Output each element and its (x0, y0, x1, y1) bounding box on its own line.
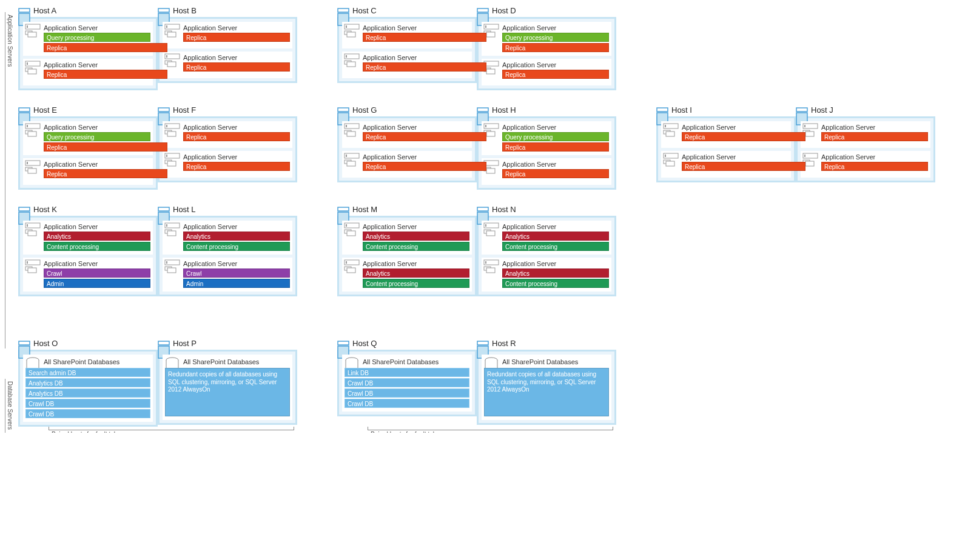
app-server: Application ServerReplica (661, 151, 791, 178)
host-J: Host JApplication ServerReplicaApplicati… (796, 105, 935, 190)
role-orange: Replica (363, 62, 486, 72)
server-icon (663, 123, 679, 140)
server-icon (25, 160, 41, 177)
role-orange: Replica (363, 162, 486, 171)
server-icon (25, 24, 41, 41)
host-O: Host OAll SharePoint DatabasesSearch adm… (18, 339, 158, 427)
db-title: All SharePoint Databases (502, 358, 608, 365)
server-title: Application Server (682, 153, 788, 161)
host-C: Host CApplication ServerReplicaApplicati… (337, 6, 477, 90)
server-icon (344, 222, 360, 239)
app-server: Application ServerAnalyticsContent proce… (482, 221, 611, 255)
role-darkred: Analytics (183, 232, 290, 241)
server-icon (663, 153, 679, 170)
role-orange: Replica (682, 132, 805, 141)
host-body: Application ServerAnalyticsContent proce… (477, 216, 616, 296)
host-row: Host AApplication ServerQuery processing… (18, 6, 959, 90)
app-server: Application ServerAnalyticsContent proce… (23, 221, 153, 255)
app-server: Application ServerAnalyticsContent proce… (482, 258, 611, 292)
app-server: Application ServerReplica (163, 52, 292, 78)
app-server: Application ServerAnalyticsContent proce… (342, 221, 472, 255)
role-purple: Crawl (183, 268, 290, 278)
role-orange: Replica (44, 169, 167, 178)
pair-bracket (49, 427, 294, 430)
role-teal: Content processing (502, 242, 609, 251)
host-body: Application ServerQuery processingReplic… (477, 116, 616, 190)
server-icon (164, 153, 180, 170)
server-icon (344, 259, 360, 276)
role-darkred: Analytics (502, 232, 609, 241)
host-label: Host L (173, 205, 196, 214)
app-server: Application ServerQuery processingReplic… (482, 121, 611, 155)
host-body: Application ServerReplicaApplication Ser… (656, 116, 796, 182)
server-title: Application Server (44, 260, 150, 267)
host-row: Host EApplication ServerQuery processing… (18, 105, 959, 190)
role-text: Redundant copies of all databases using … (484, 368, 609, 416)
role-lblue: Crawl DB (345, 378, 469, 387)
app-server: Application ServerReplica (342, 121, 472, 148)
server-title: Application Server (502, 161, 609, 168)
host-label: Host Q (352, 339, 377, 348)
host-label: Host R (492, 339, 516, 348)
role-darkred: Analytics (44, 232, 150, 241)
server-title: Application Server (183, 124, 290, 131)
host-G: Host GApplication ServerReplicaApplicati… (337, 105, 477, 190)
host-pair: Host AApplication ServerQuery processing… (18, 6, 297, 90)
host-body: Application ServerQuery processingReplic… (18, 116, 158, 190)
server-icon (25, 222, 41, 239)
role-orange: Replica (183, 132, 290, 141)
host-P: Host PAll SharePoint DatabasesRedundant … (158, 339, 297, 427)
host-label: Host J (811, 105, 833, 115)
server-title: Application Server (682, 124, 788, 131)
host-pair: Host KApplication ServerAnalyticsContent… (18, 205, 297, 296)
role-blue: Admin (44, 279, 150, 288)
host-body: Application ServerReplicaApplication Ser… (337, 116, 477, 182)
host-D: Host DApplication ServerQuery processing… (477, 6, 616, 90)
server-title: Application Server (363, 260, 469, 267)
host-body: Application ServerAnalyticsContent proce… (337, 216, 477, 296)
role-orange: Replica (363, 132, 486, 141)
section-label-db-servers: Database Servers (5, 379, 15, 433)
db-host-row: Host OAll SharePoint DatabasesSearch adm… (18, 339, 959, 427)
host-H: Host HApplication ServerQuery processing… (477, 105, 616, 190)
server-title: Application Server (183, 260, 290, 267)
host-F: Host FApplication ServerReplicaApplicati… (158, 105, 297, 190)
host-pair: Host CApplication ServerReplicaApplicati… (337, 6, 616, 90)
role-darkred: Analytics (502, 268, 609, 278)
role-orange: Replica (502, 43, 609, 52)
role-darkred: Analytics (363, 268, 469, 278)
server-icon (164, 123, 180, 140)
app-server: Application ServerReplica (482, 59, 611, 85)
role-text: Redundant copies of all databases using … (165, 368, 290, 416)
host-label: Host D (492, 6, 516, 15)
section-label-app-servers: Application Servers (5, 12, 15, 348)
host-body: Application ServerReplicaApplication Ser… (796, 116, 935, 182)
app-server: Application ServerReplica (482, 158, 611, 185)
app-server: Application ServerReplica (801, 151, 930, 178)
host-label: Host N (492, 205, 516, 214)
role-darkred: Analytics (363, 232, 469, 241)
db-server: All SharePoint DatabasesRedundant copies… (163, 355, 292, 420)
host-label: Host M (352, 205, 377, 214)
db-server: All SharePoint DatabasesSearch admin DBA… (23, 355, 153, 422)
server-title: Application Server (502, 61, 609, 68)
host-A: Host AApplication ServerQuery processing… (18, 6, 158, 90)
host-I: Host IApplication ServerReplicaApplicati… (656, 105, 796, 190)
server-title: Application Server (183, 24, 290, 32)
server-title: Application Server (44, 223, 150, 230)
server-title: Application Server (44, 161, 150, 168)
host-body: Application ServerQuery processingReplic… (18, 17, 158, 90)
role-teal: Content processing (183, 242, 290, 251)
role-teal: Content processing (363, 279, 469, 288)
role-orange: Replica (183, 33, 290, 42)
app-server: Application ServerReplica (163, 121, 292, 148)
host-Q: Host QAll SharePoint DatabasesLink DBCra… (337, 339, 477, 427)
role-teal: Content processing (44, 242, 150, 251)
app-server: Application ServerReplica (342, 151, 472, 178)
server-title: Application Server (183, 223, 290, 230)
server-title: Application Server (363, 153, 469, 161)
pair-caption: Paired hosts for fault tolerance (52, 431, 134, 433)
role-orange: Replica (363, 33, 486, 42)
host-E: Host EApplication ServerQuery processing… (18, 105, 158, 190)
role-orange: Replica (44, 142, 167, 152)
